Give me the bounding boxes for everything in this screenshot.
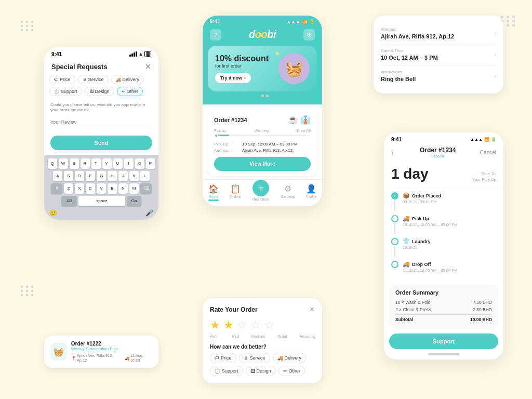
nav-profile[interactable]: 👤 Profile	[306, 184, 316, 201]
kb-bottom-row: 🙂 🎤	[46, 208, 156, 218]
key-numbers[interactable]: 123	[61, 196, 77, 206]
dot-washing	[260, 134, 264, 138]
key-a[interactable]: A	[53, 171, 62, 181]
key-w[interactable]: W	[59, 158, 68, 169]
key-n[interactable]: N	[118, 183, 128, 194]
rate-tag-other[interactable]: ✏Other	[278, 366, 305, 376]
tl-laundry: 👕Laundry 10.10.21	[391, 238, 496, 257]
home-indicator	[428, 353, 459, 355]
nav-new-order[interactable]: + New Order	[252, 184, 270, 201]
tag-support[interactable]: 📋Support	[49, 87, 82, 96]
orders-icon: 📋	[230, 184, 241, 194]
datetime-info-row[interactable]: Date & Time 10 Oct, 12 AM – 3 PM ›	[381, 44, 496, 65]
instructions-info-row[interactable]: Instructions Ring the Bell ›	[381, 65, 496, 86]
tags-container: 🏷Price 🖥Service 🚚Delivery 📋Support 🖼Desi…	[44, 75, 158, 100]
decorative-dots-bl	[21, 286, 34, 296]
key-f[interactable]: F	[86, 171, 95, 181]
star-4[interactable]: ☆	[250, 318, 261, 332]
datetime-info: Date & Time 10 Oct, 12 AM – 3 PM	[381, 48, 438, 61]
instructions-chevron-icon: ›	[494, 72, 496, 79]
nav-home[interactable]: 🏠 Home	[208, 184, 219, 201]
key-s[interactable]: S	[64, 171, 73, 181]
key-delete[interactable]: ⌫	[140, 183, 152, 194]
rate-tag-support[interactable]: 📋Support	[210, 366, 243, 376]
rate-tag-delivery[interactable]: 🚚Delivery	[273, 353, 307, 363]
key-l[interactable]: L	[140, 171, 150, 181]
order-title: Order #1222	[71, 341, 152, 347]
app-status-icons: ▲▲▲ 📶 🔋	[286, 19, 315, 24]
cart-icon[interactable]: ⊞	[303, 29, 315, 41]
mic-button[interactable]: 🎤	[145, 209, 153, 217]
key-p[interactable]: P	[146, 158, 155, 169]
tag-other[interactable]: ✏Other	[117, 87, 143, 96]
emoji-button[interactable]: 🙂	[49, 209, 57, 217]
tag-price[interactable]: 🏷Price	[49, 75, 75, 84]
star-2[interactable]: ★	[223, 318, 234, 332]
clean-price: 2.50 BHD	[473, 307, 492, 312]
nav-orders[interactable]: 📋 Orders	[230, 184, 241, 201]
key-shift[interactable]: ⇧	[51, 183, 62, 194]
star-3[interactable]: ☆	[237, 318, 247, 332]
tl-dot-dropoff	[391, 261, 398, 268]
instructions-info-label: Instructions	[381, 70, 416, 74]
key-u[interactable]: U	[113, 158, 123, 169]
nav-services[interactable]: ⚙ Services	[281, 184, 295, 201]
key-y[interactable]: Y	[102, 158, 112, 169]
key-m[interactable]: M	[129, 183, 139, 194]
tag-service[interactable]: 🖥Service	[78, 75, 109, 84]
key-g[interactable]: G	[97, 171, 106, 181]
tag-design[interactable]: 🖼Design	[85, 87, 114, 96]
rate-close-button[interactable]: ✕	[309, 305, 315, 313]
key-o[interactable]: O	[135, 158, 144, 169]
datetime-info-label: Date & Time	[381, 48, 438, 53]
order-address: 📍 Ajirah Ave, Riffa 912, Ap.12	[71, 353, 121, 363]
key-v[interactable]: V	[97, 183, 106, 194]
rate-tag-design[interactable]: 🖼Design	[246, 366, 276, 376]
rate-tag-service[interactable]: 🖥Service	[239, 353, 270, 363]
key-t[interactable]: T	[91, 158, 101, 169]
cancel-button[interactable]: Cancel	[480, 150, 496, 155]
key-r[interactable]: R	[81, 158, 90, 169]
key-i[interactable]: I	[124, 158, 134, 169]
key-d[interactable]: D	[75, 171, 84, 181]
send-button[interactable]: Send	[50, 136, 152, 150]
close-button[interactable]: ✕	[145, 62, 151, 71]
time-display: 9:41	[51, 51, 62, 57]
datetime-chevron-icon: ›	[494, 51, 496, 58]
try-button[interactable]: Try it now ›	[215, 73, 251, 83]
order-date: 🚚 12 Aug, 16:30	[125, 353, 152, 363]
new-order-icon[interactable]: +	[252, 180, 269, 196]
key-k[interactable]: K	[129, 171, 139, 181]
status-bar: 9:41 ▲ ▓	[44, 47, 158, 59]
address-info-row[interactable]: Address Ajirah Ave, Riffa 912, Ap.12 ›	[381, 23, 496, 44]
review-input[interactable]	[50, 117, 152, 127]
key-e[interactable]: E	[70, 158, 79, 169]
key-q[interactable]: Q	[48, 158, 57, 169]
key-z[interactable]: Z	[64, 183, 73, 194]
discount-text: 10% discount	[215, 54, 269, 63]
star-1[interactable]: ★	[210, 318, 220, 332]
view-more-button[interactable]: View More	[214, 157, 311, 171]
dot-pickup	[214, 134, 218, 138]
key-j[interactable]: J	[118, 171, 128, 181]
support-button[interactable]: Support	[389, 334, 498, 349]
time-value: 1 day	[391, 166, 429, 182]
question-icon[interactable]: ?	[210, 29, 221, 41]
rate-tag-price[interactable]: 🏷Price	[210, 353, 236, 363]
order-summary: Order Summary 10 × Wash & Fold 7.50 BHD …	[389, 284, 498, 329]
star-5[interactable]: ☆	[264, 318, 274, 332]
datetime-info-value: 10 Oct, 12 AM – 3 PM	[381, 55, 438, 61]
key-go[interactable]: Go	[127, 196, 141, 206]
key-b[interactable]: B	[108, 183, 117, 194]
tl-order-placed: 📦Order Placed 09.10.21, 09:41 PM	[391, 192, 496, 211]
back-button[interactable]: ‹	[391, 149, 394, 157]
key-c[interactable]: C	[86, 183, 95, 194]
tl-dot-laundry	[391, 238, 398, 245]
key-space[interactable]: space	[78, 196, 125, 206]
tag-delivery[interactable]: 🚚Delivery	[111, 75, 144, 84]
stage-washing: Washing	[255, 129, 269, 132]
key-h[interactable]: H	[108, 171, 117, 181]
tl-pickup: 🚚Pick Up 10.10.21, 12:00 AM – 03:00 PM	[391, 215, 496, 234]
card1-title: Special Requests	[51, 63, 108, 71]
key-x[interactable]: X	[75, 183, 84, 194]
